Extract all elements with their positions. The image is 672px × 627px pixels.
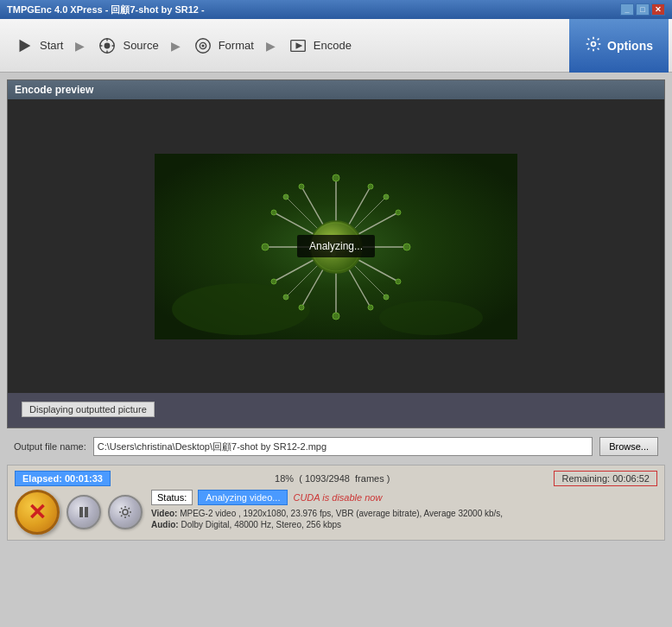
options-icon bbox=[585, 35, 602, 55]
status-row: Status: Analyzing video... CUDA is disab… bbox=[151, 490, 657, 505]
svg-point-29 bbox=[368, 184, 373, 189]
frames-info: 18% ( 1093/2948 frames ) bbox=[116, 473, 549, 484]
elapsed-box: Elapsed: 00:01:33 bbox=[15, 471, 111, 486]
titlebar: TMPGEnc 4.0 XPress - 回顧7-shot by SR12 - … bbox=[0, 0, 672, 19]
toolbar: Start ▶ Source ▶ Format ▶ bbox=[0, 19, 672, 73]
source-label: Source bbox=[123, 39, 158, 52]
options-button[interactable]: Options bbox=[569, 19, 669, 73]
source-icon bbox=[97, 35, 117, 56]
elapsed-label: Elapsed: bbox=[22, 473, 62, 484]
minimize-button[interactable]: _ bbox=[620, 3, 634, 16]
video-info-value: MPEG-2 video , 1920x1080, 23.976 fps, VB… bbox=[180, 509, 503, 518]
svg-point-42 bbox=[283, 294, 288, 300]
svg-rect-51 bbox=[79, 507, 83, 517]
maximize-button[interactable]: □ bbox=[636, 3, 650, 16]
svg-point-39 bbox=[299, 184, 304, 189]
video-info-label: Video: bbox=[151, 509, 177, 518]
encode-label: Encode bbox=[314, 39, 352, 52]
window-controls[interactable]: _ □ ✕ bbox=[620, 3, 665, 16]
display-status: Displaying outputted picture bbox=[22, 402, 155, 417]
remaining-time: 00:06:52 bbox=[612, 473, 650, 484]
audio-info: Audio: Dolby Digital, 48000 Hz, Stereo, … bbox=[151, 519, 657, 530]
main-content: Encode preview bbox=[0, 73, 672, 627]
svg-point-10 bbox=[172, 283, 310, 335]
output-file-label: Output file name: bbox=[14, 441, 86, 452]
svg-point-32 bbox=[396, 279, 401, 284]
analyzing-overlay: Analyzing... bbox=[297, 235, 375, 257]
start-button[interactable]: Start bbox=[3, 24, 73, 67]
svg-point-43 bbox=[283, 194, 288, 200]
svg-point-40 bbox=[384, 194, 389, 200]
video-info: Video: MPEG-2 video , 1920x1080, 23.976 … bbox=[151, 508, 657, 519]
arrow-1: ▶ bbox=[73, 39, 86, 53]
svg-point-53 bbox=[123, 510, 128, 515]
window-title: TMPGEnc 4.0 XPress - 回顧7-shot by SR12 - bbox=[7, 3, 205, 16]
elapsed-time: 00:01:33 bbox=[65, 473, 103, 484]
svg-point-34 bbox=[333, 313, 339, 320]
stop-button[interactable]: ✕ bbox=[15, 490, 60, 535]
start-label: Start bbox=[40, 39, 63, 52]
browse-button[interactable]: Browse... bbox=[599, 437, 658, 456]
output-file-row: Output file name: Browse... bbox=[7, 434, 665, 459]
format-button[interactable]: Format bbox=[182, 24, 264, 67]
svg-point-28 bbox=[333, 174, 339, 181]
svg-point-30 bbox=[396, 210, 401, 215]
browse-label: Browse... bbox=[609, 441, 649, 452]
remaining-label: Remaining: bbox=[561, 473, 610, 484]
svg-rect-52 bbox=[85, 507, 88, 517]
video-frame: Analyzing... bbox=[155, 154, 517, 339]
arrow-3: ▶ bbox=[264, 39, 277, 53]
stop-icon: ✕ bbox=[28, 501, 47, 523]
progress-row: Elapsed: 00:01:33 18% ( 1093/2948 frames… bbox=[15, 471, 657, 486]
cuda-notice: CUDA is disable now bbox=[293, 492, 382, 503]
svg-point-37 bbox=[262, 244, 269, 250]
encode-control-buttons: ✕ bbox=[15, 490, 143, 535]
svg-point-31 bbox=[403, 244, 410, 250]
status-label: Status: bbox=[151, 490, 193, 505]
status-and-buttons-row: ✕ Status: bbox=[15, 490, 657, 535]
status-value: Analyzing video... bbox=[198, 490, 288, 505]
encode-icon bbox=[288, 35, 308, 56]
encode-button[interactable]: Encode bbox=[277, 24, 362, 67]
output-file-input[interactable] bbox=[93, 437, 593, 456]
svg-point-5 bbox=[202, 45, 204, 47]
svg-marker-0 bbox=[20, 39, 31, 52]
svg-point-38 bbox=[271, 210, 276, 215]
encode-status-panel: Elapsed: 00:01:33 18% ( 1093/2948 frames… bbox=[7, 465, 665, 541]
audio-info-value: Dolby Digital, 48000 Hz, Stereo, 256 kbp… bbox=[181, 520, 341, 529]
preview-area: Analyzing... bbox=[8, 99, 664, 393]
encode-preview-header: Encode preview bbox=[8, 80, 664, 99]
svg-point-35 bbox=[299, 305, 304, 310]
svg-point-2 bbox=[105, 43, 111, 48]
format-label: Format bbox=[219, 39, 254, 52]
close-button[interactable]: ✕ bbox=[651, 3, 665, 16]
svg-point-41 bbox=[384, 294, 389, 300]
arrow-2: ▶ bbox=[169, 39, 182, 53]
settings-button[interactable] bbox=[108, 495, 143, 529]
encode-preview-panel: Encode preview bbox=[7, 79, 665, 428]
remaining-box: Remaining: 00:06:52 bbox=[554, 471, 657, 486]
options-label: Options bbox=[607, 39, 653, 53]
source-button[interactable]: Source bbox=[86, 24, 168, 67]
svg-point-36 bbox=[271, 279, 276, 284]
status-info: Status: Analyzing video... CUDA is disab… bbox=[151, 490, 657, 535]
svg-marker-7 bbox=[296, 43, 301, 48]
pause-button[interactable] bbox=[67, 495, 101, 529]
svg-point-11 bbox=[379, 301, 483, 335]
svg-point-8 bbox=[592, 42, 596, 47]
format-icon bbox=[193, 35, 213, 56]
encode-preview-title: Encode preview bbox=[15, 84, 93, 96]
analyzing-text: Analyzing... bbox=[309, 240, 363, 252]
start-icon bbox=[14, 35, 35, 56]
svg-point-33 bbox=[368, 305, 373, 310]
audio-info-label: Audio: bbox=[151, 520, 179, 529]
